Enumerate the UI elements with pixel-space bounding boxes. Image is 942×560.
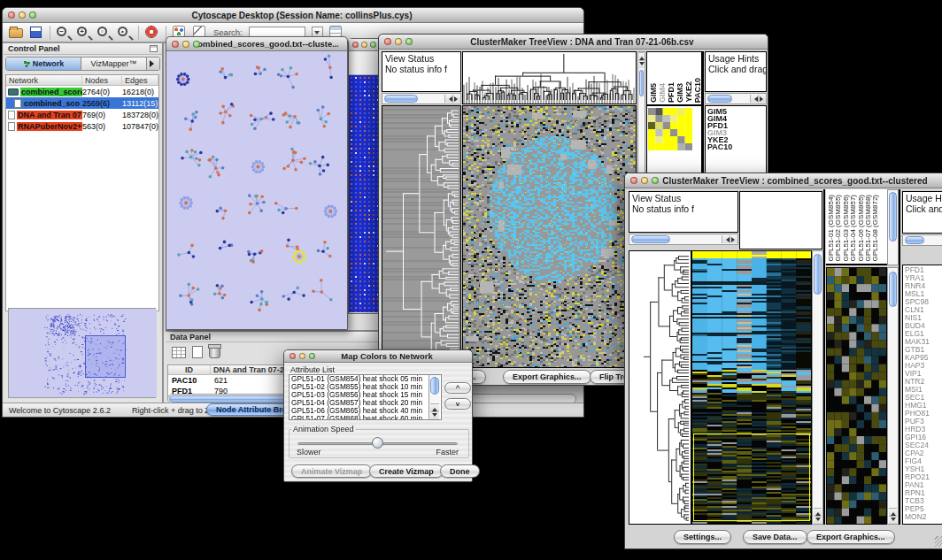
move-down-button[interactable]: v xyxy=(444,398,471,410)
global-heatmap-panel[interactable] xyxy=(691,250,812,525)
zoom-heatmap-canvas[interactable] xyxy=(648,108,692,150)
close-icon[interactable] xyxy=(352,42,359,48)
save-data-button[interactable]: Save Data... xyxy=(743,530,807,544)
maximize-icon[interactable] xyxy=(652,177,659,184)
close-icon[interactable] xyxy=(172,41,179,48)
array-tree-panel[interactable] xyxy=(739,191,822,249)
gene-tree-panel[interactable] xyxy=(629,250,691,525)
maximize-icon[interactable] xyxy=(370,42,376,48)
help-lifesaver-icon[interactable] xyxy=(145,26,158,38)
minimize-icon[interactable] xyxy=(299,353,305,359)
listbox-scrollbar[interactable] xyxy=(429,375,440,419)
close-icon[interactable] xyxy=(384,38,391,45)
scroll-right-arrow[interactable] xyxy=(758,95,766,103)
status-scrollbar[interactable] xyxy=(382,93,461,104)
zoom-heatmap-canvas[interactable] xyxy=(827,268,886,524)
birdseye-overview[interactable] xyxy=(8,308,156,398)
network-list-row[interactable]: RNAPuberNov2+! 563(0) 107847(0) xyxy=(6,120,158,132)
network-list-row[interactable]: DNA and Tran 07 769(0) 183728(0) xyxy=(6,109,158,120)
scroll-left-arrow[interactable] xyxy=(722,235,730,243)
close-icon[interactable] xyxy=(8,12,15,19)
export-graphics-button[interactable]: Export Graphics... xyxy=(807,530,895,544)
done-button[interactable]: Done xyxy=(440,464,480,478)
overview-canvas[interactable] xyxy=(9,309,157,397)
export-graphics-button[interactable]: Export Graphics... xyxy=(503,370,591,384)
close-icon[interactable] xyxy=(290,353,296,359)
speed-slider-thumb[interactable] xyxy=(372,437,383,449)
global-heatmap-panel[interactable] xyxy=(462,105,637,368)
minimize-icon[interactable] xyxy=(182,41,189,48)
maximize-icon[interactable] xyxy=(405,38,413,45)
heatmap-canvas[interactable] xyxy=(692,251,811,524)
animate-vizmap-button[interactable]: Animate Vizmap xyxy=(291,464,372,478)
network-list-row[interactable]: combined_scores 2764(0) 16218(0) xyxy=(6,86,158,97)
scroll-left-arrow[interactable] xyxy=(444,95,452,103)
scroll-up-arrow[interactable] xyxy=(814,508,822,516)
scrollbar-thumb[interactable] xyxy=(889,272,897,307)
minimize-icon[interactable] xyxy=(641,177,648,184)
scroll-left-arrow[interactable] xyxy=(750,95,758,103)
scrollbar-thumb[interactable] xyxy=(889,192,897,242)
heatmap-vertical-scrollbar[interactable] xyxy=(812,250,823,525)
move-up-button[interactable]: ^ xyxy=(444,382,471,394)
scroll-up-arrow[interactable] xyxy=(889,508,897,516)
scroll-right-arrow[interactable] xyxy=(452,95,460,103)
gene-label[interactable]: MON2 xyxy=(905,513,942,521)
maximize-icon[interactable] xyxy=(29,12,36,19)
attribute-listbox[interactable]: GPL51-01 (GSM854) heat shock 05 minGPL51… xyxy=(289,374,442,420)
column-nodes[interactable]: Nodes xyxy=(82,76,122,85)
column-network[interactable]: Network xyxy=(6,76,82,85)
network-list-row[interactable]: combined_sco 2569(6) 13112(15) xyxy=(6,97,158,109)
tab-vizmapper[interactable]: VizMapper™ xyxy=(81,58,146,70)
create-vizmap-button[interactable]: Create Vizmap xyxy=(369,464,444,478)
tab-overflow-button[interactable] xyxy=(146,58,159,70)
array-dendrogram-canvas[interactable] xyxy=(463,52,636,104)
open-session-icon[interactable] xyxy=(9,28,23,38)
gene-dendrogram-canvas[interactable] xyxy=(382,106,460,367)
array-tree-panel[interactable] xyxy=(462,51,637,104)
scrollbar-thumb[interactable] xyxy=(430,377,439,395)
resize-grip[interactable] xyxy=(935,536,942,547)
float-panel-icon[interactable] xyxy=(150,45,158,52)
heatmap-canvas[interactable] xyxy=(463,106,636,367)
minimize-icon[interactable] xyxy=(19,12,26,19)
column-id[interactable]: ID xyxy=(168,365,211,374)
scrollbar-thumb[interactable] xyxy=(384,95,418,103)
network-canvas[interactable] xyxy=(166,51,347,329)
attribute-table-icon[interactable] xyxy=(172,347,186,358)
attribute-list-item[interactable]: GPL51-07 (GSM868) heat shock 60 min xyxy=(291,415,441,420)
scroll-down-arrow[interactable] xyxy=(430,411,439,419)
zoom-vertical-scrollbar[interactable] xyxy=(887,267,899,525)
scroll-up-arrow[interactable] xyxy=(639,52,644,60)
settings-button[interactable]: Settings... xyxy=(674,530,731,544)
column-edges[interactable]: Edges xyxy=(122,76,158,85)
main-titlebar[interactable]: Cytoscape Desktop (Session Name: collins… xyxy=(3,8,583,23)
scrollbar-thumb[interactable] xyxy=(905,236,924,244)
gene-label[interactable]: PAC10 xyxy=(707,143,766,150)
close-icon[interactable] xyxy=(630,177,637,184)
hints-scrollbar[interactable] xyxy=(705,93,767,104)
maximize-icon[interactable] xyxy=(309,353,315,359)
gene-tree-panel[interactable] xyxy=(382,105,461,368)
scrollbar-thumb[interactable] xyxy=(631,235,670,243)
scroll-down-arrow[interactable] xyxy=(639,60,644,68)
scroll-up-arrow[interactable] xyxy=(430,403,439,411)
scroll-down-arrow[interactable] xyxy=(889,516,897,524)
scrollbar-thumb[interactable] xyxy=(639,70,644,96)
minimize-icon[interactable] xyxy=(361,42,367,48)
labels-vertical-scrollbar[interactable] xyxy=(887,189,899,265)
scrollbar-thumb[interactable] xyxy=(814,254,822,295)
trash-icon[interactable] xyxy=(209,346,220,358)
network-view-titlebar[interactable]: combined_scores_good.txt--cluste... xyxy=(166,37,347,51)
treeview1-titlebar[interactable]: ClusterMaker TreeView : DNA and Tran 07-… xyxy=(379,35,768,50)
hints-scrollbar[interactable] xyxy=(902,234,942,246)
gene-dendrogram-canvas[interactable] xyxy=(629,251,691,524)
scroll-down-arrow[interactable] xyxy=(814,516,822,524)
scrollbar-thumb[interactable] xyxy=(707,95,732,103)
dialog-titlebar[interactable]: Map Colors to Network xyxy=(284,350,472,363)
treeview2-titlebar[interactable]: ClusterMaker TreeView : combined_scores_… xyxy=(625,173,942,188)
zoom-heatmap-panel[interactable] xyxy=(826,267,887,525)
tab-network[interactable]: Network xyxy=(6,58,81,70)
save-session-icon[interactable] xyxy=(30,27,42,38)
new-attribute-icon[interactable] xyxy=(192,346,203,358)
